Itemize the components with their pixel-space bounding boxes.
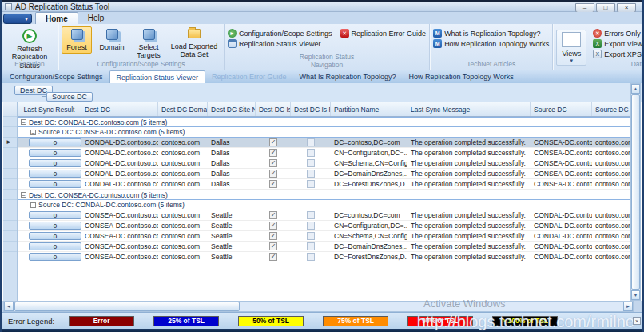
row-header-gutter: ► xyxy=(3,102,18,301)
cell-source-domain: contoso.com xyxy=(592,138,634,147)
col-source-dc-domain[interactable]: Source DC Domain xyxy=(592,102,634,116)
horizontal-scroll-thumb[interactable] xyxy=(14,302,240,311)
table-row[interactable]: 0 CONSEA-DC.contoso.com contoso.com Seat… xyxy=(18,242,634,252)
gc-checkbox: ✓ xyxy=(269,149,277,157)
group-header-source[interactable]: – Source DC: CONSEA-DC.contoso.com (5 it… xyxy=(18,127,634,138)
cell-dest-domain: contoso.com xyxy=(158,252,208,262)
select-targets-button[interactable]: Select Targets xyxy=(132,26,165,62)
group-label-execution: Execution xyxy=(2,60,58,68)
ribbon-tab-home[interactable]: Home xyxy=(35,12,78,24)
cell-dest-domain: contoso.com xyxy=(158,148,208,158)
tab-configuration-scope-settings[interactable]: Configuration/Scope Settings xyxy=(3,70,109,83)
what-is-replication-topology-link[interactable]: M What is Replication Topology? xyxy=(433,29,549,38)
cell-site: Dallas xyxy=(208,138,256,147)
sync-result-button[interactable]: 0 xyxy=(29,180,81,188)
vertical-scroll-thumb[interactable] xyxy=(631,94,640,290)
sync-result-button[interactable]: 0 xyxy=(29,149,81,157)
rodc-checkbox: ✓ xyxy=(307,170,315,178)
collapse-icon[interactable]: – xyxy=(30,202,36,208)
group-header-dest[interactable]: – Dest DC: CONDAL-DC.contoso.com (5 item… xyxy=(18,117,634,127)
how-replication-topology-works-link[interactable]: M How Replication Topology Works xyxy=(433,39,549,48)
sync-result-button[interactable]: 0 xyxy=(29,138,81,146)
load-exported-data-set-button[interactable]: Load Exported Data Set xyxy=(168,26,221,62)
scroll-down-icon[interactable]: ▼ xyxy=(631,290,640,300)
table-row[interactable]: 0 CONSEA-DC.contoso.com contoso.com Seat… xyxy=(18,231,634,242)
cell-dest-domain: contoso.com xyxy=(158,169,208,178)
table-row[interactable]: 0 CONDAL-DC.contoso.com contoso.com Dall… xyxy=(18,148,634,158)
table-row[interactable]: 0 CONDAL-DC.contoso.com contoso.com Dall… xyxy=(18,158,634,169)
watermark-close-icon[interactable]: × xyxy=(633,317,641,325)
sync-result-button[interactable]: 0 xyxy=(29,222,81,230)
play-icon: ▶ xyxy=(22,29,37,43)
scroll-right-icon[interactable]: ► xyxy=(623,302,633,311)
sync-result-button[interactable]: 0 xyxy=(29,242,81,250)
gc-checkbox: ✓ xyxy=(269,242,277,250)
sync-result-button[interactable]: 0 xyxy=(29,211,81,219)
group-by-chip-source-dc[interactable]: Source DC xyxy=(46,92,93,102)
col-partition-name[interactable]: Partition Name xyxy=(331,102,407,116)
tab-what-is-replication-topology[interactable]: What Is Replication Topology? xyxy=(293,70,403,83)
tab-replication-status-viewer[interactable]: Replication Status Viewer xyxy=(109,70,205,83)
sync-result-button[interactable]: 0 xyxy=(29,170,81,178)
col-dest-dc[interactable]: Dest DC xyxy=(81,102,158,116)
group-header-dest[interactable]: – Dest DC: CONSEA-DC.contoso.com (5 item… xyxy=(18,190,634,200)
rodc-checkbox: ✓ xyxy=(307,138,315,146)
grid-header-row: Last Sync Result Dest DC Dest DC Domain … xyxy=(18,102,634,117)
domain-icon xyxy=(106,29,118,40)
collapse-icon[interactable]: – xyxy=(21,119,26,125)
sync-result-button[interactable]: 0 xyxy=(29,232,81,240)
table-row[interactable]: 0 CONDAL-DC.contoso.com contoso.com Dall… xyxy=(18,179,634,190)
legend-chip-25: 25% of TSL xyxy=(153,316,219,326)
replication-status-viewer-link[interactable]: Replication Status Viewer xyxy=(228,39,426,48)
ribbon-group-replication-status: ► Configuration/Scope Settings ✕ Replica… xyxy=(225,24,430,70)
export-view-data-link[interactable]: X Export View Data xyxy=(593,39,644,48)
configuration-scope-settings-link[interactable]: ► Configuration/Scope Settings xyxy=(228,29,332,38)
sync-result-button[interactable]: 0 xyxy=(29,159,81,167)
col-dest-dc-is-gc[interactable]: Dest DC Is GC? xyxy=(256,102,291,116)
errors-only-link[interactable]: ✕ Errors Only xyxy=(593,29,644,38)
ribbon-tab-help[interactable]: Help xyxy=(78,12,114,24)
table-row[interactable]: 0 CONDAL-DC.contoso.com contoso.com Dall… xyxy=(18,138,634,148)
ribbon-group-execution: ▶ Refresh Replication Status Execution xyxy=(2,24,58,70)
col-last-sync-message[interactable]: Last Sync Message xyxy=(407,102,531,116)
table-row[interactable]: 0 CONSEA-DC.contoso.com contoso.com Seat… xyxy=(18,221,634,231)
cell-source-dc: CONDAL-DC.contoso.c... xyxy=(531,231,592,241)
export-xps-reports-link[interactable]: X Export XPS Reports xyxy=(593,50,644,58)
technet-icon: M xyxy=(433,29,442,38)
tab-how-replication-topology-works[interactable]: How Replication Topology Works xyxy=(402,70,519,83)
cell-partition: CN=Schema,CN=Config... xyxy=(331,158,407,168)
vertical-scrollbar[interactable]: ▲ ▼ xyxy=(630,83,641,301)
domain-button[interactable]: Domain xyxy=(94,26,129,54)
rodc-checkbox: ✓ xyxy=(307,253,315,261)
cell-source-domain: contoso.com xyxy=(592,179,634,189)
group-header-source[interactable]: – Source DC: CONDAL-DC.contoso.com (5 it… xyxy=(18,200,634,210)
table-row[interactable]: 0 CONSEA-DC.contoso.com contoso.com Seat… xyxy=(18,210,634,221)
col-dest-dc-is-rodc[interactable]: Dest DC Is RODC? xyxy=(291,102,331,116)
views-button[interactable]: Views ▾ xyxy=(556,30,586,66)
app-menu-button[interactable]: ▾ xyxy=(3,14,32,24)
horizontal-scrollbar[interactable]: ◄ ► xyxy=(3,301,634,312)
cell-site: Seattle xyxy=(208,242,256,251)
collapse-icon[interactable]: – xyxy=(21,192,26,198)
select-targets-icon xyxy=(143,29,155,40)
gc-checkbox: ✓ xyxy=(269,138,277,146)
cell-partition: DC=DomainDnsZones,... xyxy=(331,169,407,178)
replication-error-guide-link[interactable]: ✕ Replication Error Guide xyxy=(340,29,427,38)
col-last-sync-result[interactable]: Last Sync Result xyxy=(18,102,81,116)
scroll-up-icon[interactable]: ▲ xyxy=(631,84,640,94)
forest-button[interactable]: Forest xyxy=(62,26,92,54)
cell-source-domain: contoso.com xyxy=(592,158,634,168)
col-dest-dc-site-name[interactable]: Dest DC Site Name xyxy=(208,102,256,116)
scroll-left-icon[interactable]: ◄ xyxy=(4,302,14,311)
col-dest-dc-domain[interactable]: Dest DC Domain xyxy=(158,102,208,116)
collapse-icon[interactable]: – xyxy=(30,130,36,135)
sync-result-button[interactable]: 0 xyxy=(29,253,81,261)
table-row[interactable]: 0 CONDAL-DC.contoso.com contoso.com Dall… xyxy=(18,169,634,179)
grid-table: Last Sync Result Dest DC Dest DC Domain … xyxy=(18,102,634,262)
tab-replication-error-guide[interactable]: Replication Error Guide xyxy=(205,70,293,83)
gutter-header xyxy=(3,102,17,117)
col-source-dc[interactable]: Source DC xyxy=(531,102,592,116)
cell-partition: DC=ForestDnsZones,D... xyxy=(331,252,407,262)
table-row[interactable]: 0 CONSEA-DC.contoso.com contoso.com Seat… xyxy=(18,252,634,262)
activate-windows-watermark: Activate Windows xyxy=(423,298,506,310)
